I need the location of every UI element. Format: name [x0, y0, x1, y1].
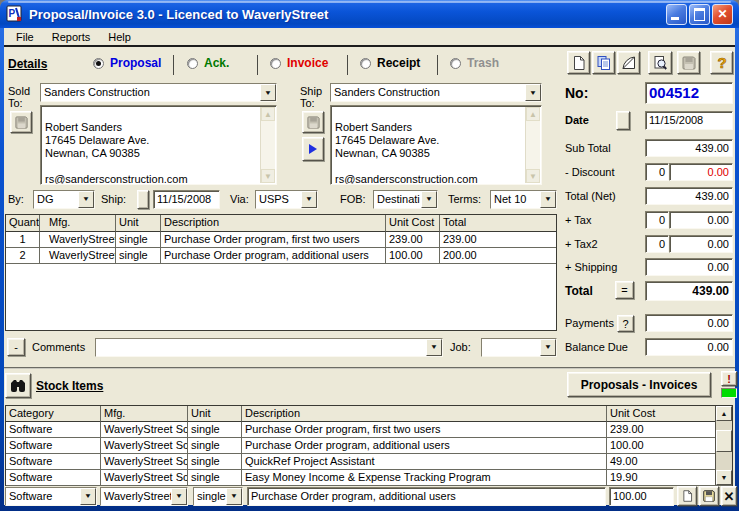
payments-field[interactable]: 0.00: [645, 314, 733, 332]
stock-row[interactable]: Software WaverlyStreet Sc single Easy Mo…: [6, 470, 732, 486]
copy-sold-to-ship-button[interactable]: [302, 137, 324, 161]
ship-to-address[interactable]: Robert Sanders 17645 Delaware Ave. Newna…: [330, 105, 542, 185]
dropdown-arrow-icon[interactable]: [525, 84, 541, 101]
scroll-down-icon[interactable]: [261, 169, 275, 183]
close-button[interactable]: [712, 4, 733, 25]
ship-date-field[interactable]: 11/15/2008: [153, 190, 220, 209]
scroll-up-icon[interactable]: [261, 107, 275, 121]
radio-invoice[interactable]: [270, 58, 281, 69]
mode-proposal[interactable]: Proposal: [93, 56, 161, 70]
mode-trash[interactable]: Trash: [450, 56, 499, 70]
radio-trash[interactable]: [450, 58, 461, 69]
shipping-field[interactable]: 0.00: [645, 258, 733, 276]
by-select[interactable]: DG: [33, 190, 95, 209]
scrollbar-thumb[interactable]: [716, 430, 732, 452]
fob-select[interactable]: Destinati: [373, 190, 438, 209]
stock-row[interactable]: Software WaverlyStreet Sc single Purchas…: [6, 438, 732, 454]
entry-unit-cost-input[interactable]: 100.00: [609, 487, 674, 506]
copy-button[interactable]: [592, 51, 615, 74]
tax2-amount-field[interactable]: 0.00: [669, 235, 733, 253]
payments-help-button[interactable]: ?: [617, 315, 634, 332]
new-document-button[interactable]: [567, 51, 590, 74]
tax-rate-field[interactable]: 0: [645, 211, 669, 229]
menu-help[interactable]: Help: [99, 29, 140, 45]
recalculate-button[interactable]: =: [615, 281, 634, 299]
save-button[interactable]: [677, 51, 700, 74]
dropdown-arrow-icon[interactable]: [260, 84, 276, 101]
ship-to-company-select[interactable]: Sanders Construction: [330, 83, 542, 102]
stock-search-button[interactable]: [5, 373, 31, 398]
ship-date-picker-button[interactable]: [137, 190, 149, 209]
total-net-field[interactable]: 439.00: [645, 187, 733, 205]
fan-button[interactable]: [617, 51, 640, 74]
dropdown-arrow-icon[interactable]: [78, 191, 94, 208]
proposals-invoices-button[interactable]: Proposals - Invoices: [567, 372, 711, 397]
dropdown-arrow-icon[interactable]: [226, 488, 242, 505]
scroll-up-icon[interactable]: [716, 406, 732, 421]
sold-to-company-select[interactable]: Sanders Construction: [40, 83, 277, 102]
subtotal-field[interactable]: 439.00: [645, 139, 733, 157]
mode-trash-label[interactable]: Trash: [467, 56, 499, 70]
scroll-down-icon[interactable]: [716, 470, 732, 485]
main-panel: Details Proposal Ack. Invoice Receipt: [4, 49, 735, 505]
alert-button[interactable]: !: [721, 371, 737, 386]
print-preview-button[interactable]: [648, 51, 672, 74]
dropdown-arrow-icon[interactable]: [426, 339, 442, 356]
ship-to-address-scrollbar[interactable]: [525, 107, 540, 183]
mode-receipt[interactable]: Receipt: [360, 56, 420, 70]
dropdown-arrow-icon[interactable]: [421, 191, 437, 208]
total-field[interactable]: 439.00: [645, 281, 733, 301]
job-select[interactable]: [481, 338, 557, 357]
stock-scrollbar[interactable]: [715, 406, 732, 485]
balance-due-field[interactable]: 0.00: [645, 338, 733, 356]
terms-select[interactable]: Net 10: [490, 190, 557, 209]
tax2-rate-field[interactable]: 0: [645, 235, 669, 253]
comments-collapse-button[interactable]: -: [7, 338, 25, 356]
scroll-down-icon[interactable]: [526, 169, 540, 183]
mode-invoice-label[interactable]: Invoice: [287, 56, 328, 70]
entry-description-input[interactable]: Purchase Order program, additional users: [247, 487, 606, 506]
mode-ack[interactable]: Ack.: [187, 56, 229, 70]
dropdown-arrow-icon[interactable]: [80, 488, 96, 505]
help-button[interactable]: ?: [710, 51, 733, 74]
minimize-button[interactable]: [666, 4, 687, 25]
comments-select[interactable]: [95, 338, 443, 357]
ship-to-save-button[interactable]: [302, 111, 324, 133]
entry-unit-select[interactable]: single: [193, 487, 243, 506]
stock-row[interactable]: Software WaverlyStreet Sc single Purchas…: [6, 422, 732, 438]
sold-to-address[interactable]: Robert Sanders 17645 Delaware Ave. Newna…: [40, 105, 277, 185]
sold-to-address-scrollbar[interactable]: [260, 107, 275, 183]
date-picker-button[interactable]: [616, 111, 630, 130]
stock-row[interactable]: Software WaverlyStreet Sc single QuickRe…: [6, 454, 732, 470]
discount-amount-field[interactable]: 0.00: [669, 163, 733, 181]
menu-file[interactable]: File: [7, 29, 43, 45]
dropdown-arrow-icon[interactable]: [540, 339, 556, 356]
scroll-up-icon[interactable]: [526, 107, 540, 121]
via-select[interactable]: USPS: [255, 190, 318, 209]
mode-ack-label[interactable]: Ack.: [204, 56, 229, 70]
entry-save-button[interactable]: [699, 486, 719, 506]
entry-delete-button[interactable]: [721, 486, 737, 506]
line-item-row[interactable]: 2 WaverlyStreet single Purchase Order pr…: [6, 248, 556, 264]
maximize-button[interactable]: [689, 4, 710, 25]
mode-receipt-label[interactable]: Receipt: [377, 56, 420, 70]
dropdown-arrow-icon[interactable]: [171, 488, 187, 505]
title-bar[interactable]: P Proposal/Invoice 3.0 - Licenced to Wav…: [0, 0, 739, 28]
radio-receipt[interactable]: [360, 58, 371, 69]
discount-rate-field[interactable]: 0: [645, 163, 669, 181]
dropdown-arrow-icon[interactable]: [301, 191, 317, 208]
entry-mfg-select[interactable]: WaverlyStreet: [100, 487, 188, 506]
entry-category-select[interactable]: Software: [5, 487, 97, 506]
tax-amount-field[interactable]: 0.00: [669, 211, 733, 229]
radio-ack[interactable]: [187, 58, 198, 69]
sold-to-save-button[interactable]: [10, 111, 32, 133]
dropdown-arrow-icon[interactable]: [540, 191, 556, 208]
menu-reports[interactable]: Reports: [43, 29, 100, 45]
entry-new-button[interactable]: [677, 486, 697, 506]
line-item-row[interactable]: 1 WaverlyStreet single Purchase Order pr…: [6, 232, 556, 248]
date-field[interactable]: 11/15/2008: [645, 111, 733, 130]
mode-invoice[interactable]: Invoice: [270, 56, 328, 70]
invoice-number-field[interactable]: 004512: [645, 82, 733, 104]
mode-proposal-label[interactable]: Proposal: [110, 56, 161, 70]
radio-proposal[interactable]: [93, 58, 104, 69]
